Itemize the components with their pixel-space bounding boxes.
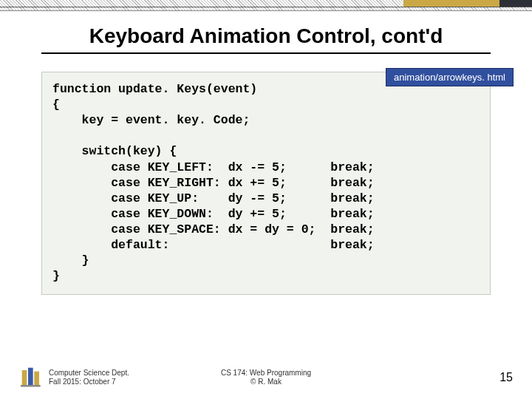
svg-rect-2 [34, 372, 39, 385]
code-block: animation/arrowkeys. html function updat… [41, 72, 491, 295]
svg-rect-1 [28, 368, 33, 385]
code-text: function update. Keys(event) { key = eve… [52, 81, 480, 284]
svg-rect-3 [21, 385, 41, 387]
dept-line2: Fall 2015: October 7 [49, 378, 129, 387]
bar-dark [499, 0, 532, 7]
slide-title: Keyboard Animation Control, cont'd [0, 24, 532, 48]
bar-dotted [0, 0, 403, 7]
university-logo [19, 366, 44, 389]
course-line2: © R. Mak [221, 378, 311, 387]
svg-rect-0 [22, 370, 27, 385]
course-line1: CS 174: Web Programming [221, 369, 311, 378]
course-info: CS 174: Web Programming © R. Mak [221, 369, 311, 387]
dept-line1: Computer Science Dept. [49, 369, 129, 378]
page-number: 15 [499, 371, 513, 384]
dept-info: Computer Science Dept. Fall 2015: Octobe… [49, 369, 129, 387]
decorative-sub-bar [0, 7, 532, 11]
file-label: animation/arrowkeys. html [386, 68, 514, 86]
footer: Computer Science Dept. Fall 2015: Octobe… [0, 366, 532, 389]
decorative-top-bars [0, 0, 532, 7]
title-underline [41, 52, 491, 54]
bar-gold [403, 0, 499, 7]
